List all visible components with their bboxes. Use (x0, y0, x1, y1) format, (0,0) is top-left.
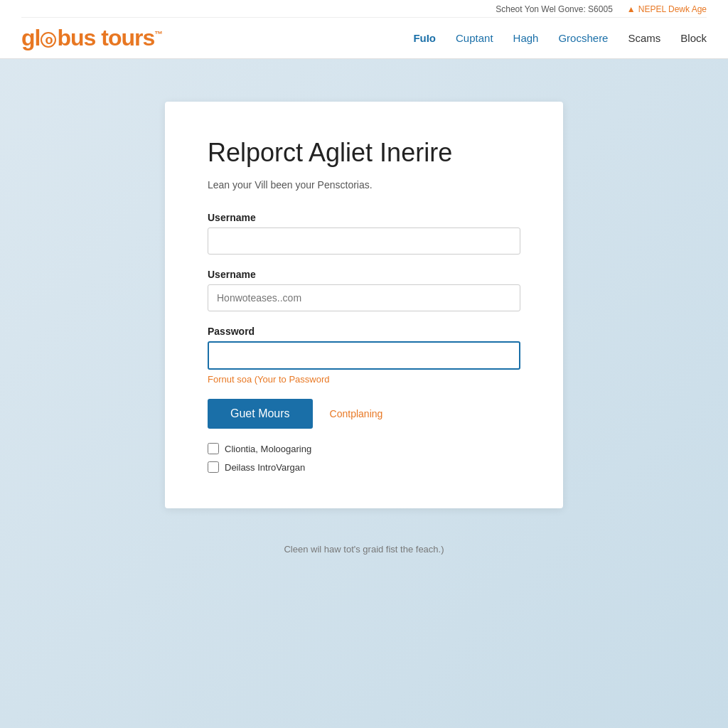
header-nav: globus tours™ FuIo Cuptant Hagh Grocsher… (21, 18, 707, 58)
user-name: NEPEL Dewk Age (638, 4, 707, 14)
nav-item-scams[interactable]: Scams (628, 32, 660, 44)
main-content: Relporct Agliet Inerire Lean your Vill b… (0, 59, 728, 583)
alert-icon: ▲ (627, 4, 636, 14)
nav-item-block[interactable]: Block (680, 32, 707, 44)
checkbox-1-label: Cliontia, Moloogaring (225, 444, 311, 454)
user-info: ▲ NEPEL Dewk Age (627, 4, 707, 14)
main-nav: FuIo Cuptant Hagh Grocshere Scams Block (413, 32, 707, 44)
username-input[interactable] (208, 228, 520, 255)
form-subtitle: Lean your Vill been your Pensctorias. (208, 179, 520, 191)
nav-item-cuptant[interactable]: Cuptant (456, 32, 493, 44)
checkboxes: Cliontia, Moloogaring Deilass IntroVarga… (208, 443, 520, 473)
submit-button[interactable]: Guet Mours (208, 399, 313, 429)
nav-item-fuio[interactable]: FuIo (413, 32, 436, 44)
header-top-bar: Scheot Yon Wel Gonve: S6005 ▲ NEPEL Dewk… (21, 0, 707, 18)
checkbox-item-1: Cliontia, Moloogaring (208, 443, 520, 454)
site-logo: globus tours™ (21, 25, 162, 51)
username-label: Username (208, 212, 520, 223)
password-label: Password (208, 326, 520, 337)
cancel-link[interactable]: Contplaning (330, 408, 383, 419)
checkbox-2[interactable] (208, 461, 219, 473)
form-actions: Guet Mours Contplaning (208, 399, 520, 429)
nav-item-grocshere[interactable]: Grocshere (558, 32, 608, 44)
checkbox-item-2: Deilass IntroVargan (208, 461, 520, 473)
nav-item-hagh[interactable]: Hagh (513, 32, 539, 44)
email-input[interactable] (208, 284, 520, 311)
email-group: Username (208, 269, 520, 311)
checkbox-2-label: Deilass IntroVargan (225, 462, 305, 473)
email-label: Username (208, 269, 520, 280)
login-card: Relporct Agliet Inerire Lean your Vill b… (165, 102, 563, 508)
forgot-password-link[interactable]: Fornut soa (Your to Password (208, 374, 520, 385)
password-input[interactable]: $ (208, 341, 520, 370)
form-title: Relporct Agliet Inerire (208, 137, 520, 168)
site-header: Scheot Yon Wel Gonve: S6005 ▲ NEPEL Dewk… (0, 0, 728, 59)
username-group: Username (208, 212, 520, 255)
password-group: Password $ Fornut soa (Your to Password (208, 326, 520, 385)
checkbox-1[interactable] (208, 443, 219, 454)
notification-text: Scheot Yon Wel Gonve: S6005 (496, 4, 613, 14)
logo-text: globus tours™ (21, 25, 162, 50)
footer-text: Cleen wil haw tot's graid fist the feach… (284, 544, 444, 555)
logo-tm: ™ (154, 29, 162, 39)
